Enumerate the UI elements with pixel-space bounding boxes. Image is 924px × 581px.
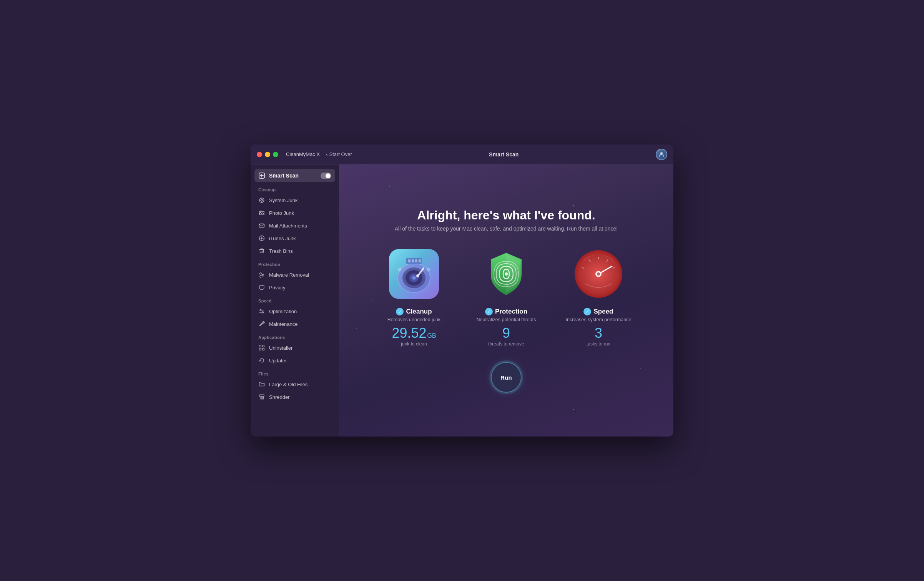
sidebar-item-itunes-junk[interactable]: iTunes Junk <box>254 232 335 244</box>
mail-icon <box>258 222 265 229</box>
cleanup-card-name: Cleanup <box>406 308 432 315</box>
svg-rect-36 <box>415 259 417 262</box>
svg-rect-35 <box>412 259 414 262</box>
smart-scan-toggle[interactable] <box>321 173 331 179</box>
shredder-icon <box>258 393 265 400</box>
svg-rect-18 <box>259 345 261 347</box>
mail-attachments-label: Mail Attachments <box>269 223 307 229</box>
protection-card-name: Protection <box>495 308 527 315</box>
section-label-applications: Applications <box>251 330 339 341</box>
uninstaller-icon <box>258 344 265 351</box>
cleanup-label-row: ✓ Cleanup <box>396 308 432 315</box>
protection-sub-unit: threats to remove <box>488 341 524 347</box>
section-label-speed: Speed <box>251 294 339 305</box>
biohazard-icon <box>258 271 265 278</box>
sidebar-item-mail-attachments[interactable]: Mail Attachments <box>254 219 335 232</box>
close-button[interactable] <box>257 152 262 157</box>
sidebar-item-maintenance[interactable]: Maintenance <box>254 318 335 330</box>
itunes-junk-label: iTunes Junk <box>269 236 296 241</box>
sidebar-item-privacy[interactable]: Privacy <box>254 281 335 294</box>
folder-icon <box>258 381 265 388</box>
maintenance-icon <box>258 320 265 327</box>
sidebar-item-system-junk[interactable]: System Junk <box>254 194 335 206</box>
main-heading: Alright, here's what I've found. <box>417 208 595 222</box>
minimize-button[interactable] <box>265 152 270 157</box>
updater-icon <box>258 357 265 364</box>
system-junk-icon <box>258 197 265 204</box>
sidebar-item-malware-removal[interactable]: Malware Removal <box>254 269 335 281</box>
svg-point-38 <box>505 272 508 276</box>
uninstaller-label: Uninstaller <box>269 345 292 351</box>
toggle-dot <box>326 173 331 178</box>
run-button[interactable]: Run <box>491 362 522 393</box>
system-junk-label: System Junk <box>269 198 297 203</box>
svg-point-30 <box>416 274 419 277</box>
cards-container: ✓ Cleanup Removes unneeded junk 29.52 GB… <box>347 247 666 347</box>
protection-card-desc: Neutralizes potential threats <box>477 317 536 322</box>
sidebar-item-uninstaller[interactable]: Uninstaller <box>254 342 335 354</box>
section-label-protection: Protection <box>251 257 339 268</box>
updater-label: Updater <box>269 358 287 364</box>
svg-rect-9 <box>259 224 264 227</box>
smart-scan-label: Smart Scan <box>269 173 317 179</box>
svg-rect-19 <box>263 345 264 347</box>
section-label-files: Files <box>251 367 339 378</box>
sidebar-item-large-old-files[interactable]: Large & Old Files <box>254 378 335 390</box>
section-label-cleanup: Cleanup <box>251 183 339 194</box>
speed-check-icon: ✓ <box>583 308 591 315</box>
content-area: Smart Scan Cleanup <box>251 164 673 437</box>
itunes-icon <box>258 235 265 242</box>
svg-rect-34 <box>408 259 410 262</box>
svg-point-8 <box>261 212 261 213</box>
smart-scan-icon <box>258 172 265 179</box>
cleanup-value: 29.52 <box>392 326 426 340</box>
photo-junk-label: Photo Junk <box>269 210 294 216</box>
sidebar-item-trash-bins[interactable]: Trash Bins <box>254 245 335 257</box>
traffic-lights <box>257 152 278 157</box>
fullscreen-button[interactable] <box>273 152 278 157</box>
speed-card-icon <box>572 247 625 301</box>
cleanup-card-desc: Removes unneeded junk <box>387 317 440 322</box>
speed-card-desc: Increases system performance <box>566 317 632 322</box>
malware-removal-label: Malware Removal <box>269 272 309 278</box>
app-window: CleanMyMac X ‹ Start Over Smart Scan <box>251 144 673 437</box>
shredder-label: Shredder <box>269 394 289 400</box>
back-label: Start Over <box>329 151 352 157</box>
titlebar: CleanMyMac X ‹ Start Over Smart Scan <box>251 144 673 164</box>
svg-point-0 <box>660 152 663 154</box>
cleanup-value-row: 29.52 GB <box>392 326 436 340</box>
svg-rect-22 <box>259 395 264 397</box>
protection-card: ✓ Protection Neutralizes potential threa… <box>460 247 552 347</box>
optimization-icon <box>258 308 265 315</box>
speed-value-row: 3 <box>595 326 602 340</box>
app-name: CleanMyMac X <box>286 151 320 157</box>
avatar[interactable] <box>656 149 667 160</box>
speed-value: 3 <box>595 326 602 340</box>
privacy-icon <box>258 284 265 291</box>
protection-check-icon: ✓ <box>485 308 493 315</box>
sidebar-item-optimization[interactable]: Optimization <box>254 305 335 317</box>
sidebar-item-photo-junk[interactable]: Photo Junk <box>254 207 335 219</box>
trash-icon <box>258 247 265 254</box>
speed-card-name: Speed <box>593 308 613 315</box>
back-button[interactable]: ‹ Start Over <box>326 151 352 157</box>
protection-label-row: ✓ Protection <box>485 308 527 315</box>
large-old-files-label: Large & Old Files <box>269 382 307 387</box>
sidebar: Smart Scan Cleanup <box>251 164 339 437</box>
sidebar-item-shredder[interactable]: Shredder <box>254 391 335 403</box>
svg-rect-20 <box>259 349 261 350</box>
protection-card-icon <box>479 247 533 301</box>
sidebar-item-updater[interactable]: Updater <box>254 354 335 367</box>
svg-point-3 <box>261 199 263 201</box>
cleanup-card-icon <box>387 247 441 301</box>
window-title: Smart Scan <box>357 151 651 158</box>
speed-label-row: ✓ Speed <box>583 308 613 315</box>
svg-rect-37 <box>419 259 421 262</box>
svg-point-32 <box>427 268 430 271</box>
svg-point-11 <box>261 237 263 239</box>
sidebar-item-smart-scan[interactable]: Smart Scan <box>254 169 335 182</box>
cleanup-sub-unit: junk to clean <box>401 341 427 347</box>
svg-point-29 <box>412 276 416 280</box>
svg-point-15 <box>260 309 261 311</box>
chevron-left-icon: ‹ <box>326 151 327 157</box>
